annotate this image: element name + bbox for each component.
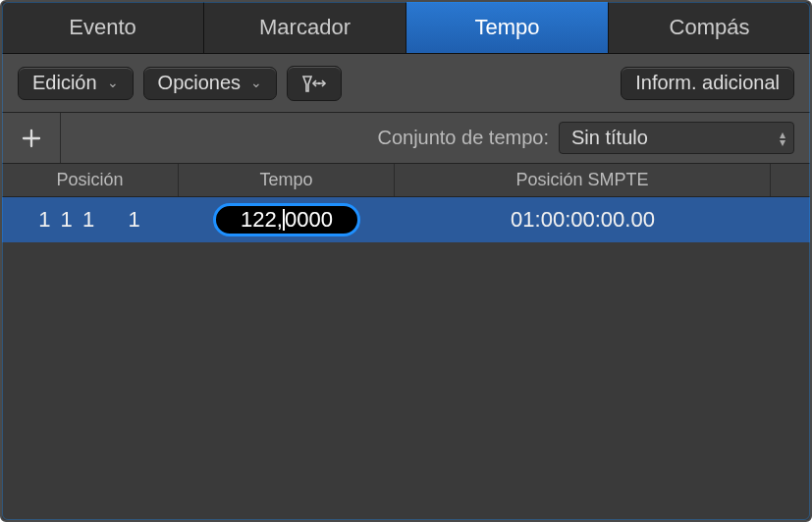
additional-info-label: Inform. adicional xyxy=(635,72,780,94)
cell-position[interactable]: 1 1 1 1 xyxy=(2,207,179,233)
cell-smpte[interactable]: 01:00:00:00.00 xyxy=(395,207,771,233)
tempo-set-label: Conjunto de tempo: xyxy=(377,127,559,149)
column-header-position[interactable]: Posición xyxy=(2,164,179,196)
tempo-edit-field[interactable]: 122,0000 xyxy=(213,203,360,236)
tab-bar: Evento Marcador Tempo Compás xyxy=(2,2,810,54)
column-header-tempo[interactable]: Tempo xyxy=(179,164,395,196)
table-row[interactable]: 1 1 1 1 122,0000 01:00:00:00.00 xyxy=(2,197,810,242)
column-header-row: Posición Tempo Posición SMPTE xyxy=(2,164,810,197)
sub-toolbar: Conjunto de tempo: Sin título ▴▾ xyxy=(2,113,810,164)
edit-menu-label: Edición xyxy=(32,72,97,94)
tab-evento[interactable]: Evento xyxy=(2,2,204,53)
updown-icon: ▴▾ xyxy=(780,130,785,146)
tab-compas[interactable]: Compás xyxy=(609,2,810,53)
tempo-list-window: Evento Marcador Tempo Compás Edición ⌄ O… xyxy=(0,0,812,522)
column-header-spare xyxy=(771,164,810,196)
cell-tempo[interactable]: 122,0000 xyxy=(179,203,395,236)
catch-filter-icon xyxy=(299,73,329,94)
svg-point-0 xyxy=(318,81,321,84)
tab-marcador[interactable]: Marcador xyxy=(204,2,406,53)
tempo-set-value: Sin título xyxy=(571,127,648,148)
position-value: 1 1 1 1 xyxy=(38,207,142,233)
tempo-set-select[interactable]: Sin título ▴▾ xyxy=(559,122,794,154)
options-menu-label: Opciones xyxy=(158,72,242,94)
tempo-value-frac: 0000 xyxy=(285,207,333,233)
tempo-value-int: 122 xyxy=(241,207,277,233)
chevron-down-icon: ⌄ xyxy=(107,75,119,90)
toolbar: Edición ⌄ Opciones ⌄ Inform. adicional xyxy=(2,54,810,113)
column-header-smpte[interactable]: Posición SMPTE xyxy=(395,164,771,196)
catch-filter-button[interactable] xyxy=(287,66,342,101)
chevron-down-icon: ⌄ xyxy=(250,75,262,90)
edit-menu-button[interactable]: Edición ⌄ xyxy=(18,67,134,100)
tempo-rows-area[interactable]: 1 1 1 1 122,0000 01:00:00:00.00 xyxy=(2,197,810,520)
add-button[interactable] xyxy=(2,113,61,163)
smpte-value: 01:00:00:00.00 xyxy=(511,207,655,233)
options-menu-button[interactable]: Opciones ⌄ xyxy=(143,67,278,100)
plus-icon xyxy=(21,128,42,149)
additional-info-button[interactable]: Inform. adicional xyxy=(621,67,794,100)
tab-tempo[interactable]: Tempo xyxy=(406,2,609,53)
